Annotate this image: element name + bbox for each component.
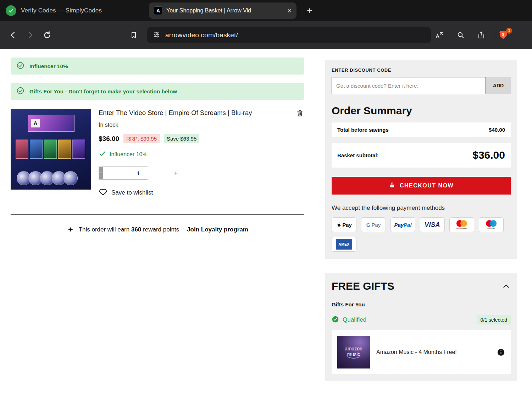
tab-strip: Verify Codes — SimplyCodes A Your Shoppi… bbox=[0, 0, 532, 21]
payment-methods: Pay G Pay PayPal VISA masterca bbox=[332, 217, 511, 252]
gift-option[interactable]: amazon music Amazon Music - 4 Months Fre… bbox=[332, 330, 511, 374]
address-bar[interactable]: arrowvideo.com/basket/ bbox=[147, 27, 431, 43]
extension-chip[interactable]: Verify Codes — SimplyCodes bbox=[6, 5, 102, 16]
search-icon[interactable] bbox=[455, 29, 467, 41]
amazon-music-image: amazon music bbox=[337, 336, 370, 368]
quantity-stepper: − + bbox=[99, 166, 148, 180]
total-before-savings-value: $40.00 bbox=[489, 127, 505, 133]
bookmark-icon[interactable] bbox=[128, 29, 140, 41]
product-discs-art bbox=[19, 171, 78, 185]
promo-banner-influencer: Influencer 10% bbox=[11, 58, 304, 75]
amex-icon: AMEX bbox=[332, 237, 356, 252]
add-discount-button[interactable]: ADD bbox=[486, 77, 511, 94]
rewards-points: 360 bbox=[131, 226, 141, 233]
url-text: arrowvideo.com/basket/ bbox=[165, 31, 238, 39]
wishlist-label: Save to wishlist bbox=[111, 189, 153, 196]
applied-promo-label: Influencer 10% bbox=[110, 151, 148, 158]
info-icon[interactable] bbox=[497, 348, 505, 356]
arrow-logo: A bbox=[31, 119, 40, 127]
heart-icon bbox=[99, 187, 107, 198]
brave-badge: 1 bbox=[506, 28, 512, 34]
product-price: $36.00 bbox=[99, 135, 119, 143]
apple-pay-icon: Pay bbox=[332, 217, 356, 232]
paypal-icon: PayPal bbox=[390, 217, 415, 232]
payment-methods-label: We accept the following payment methods bbox=[332, 204, 511, 212]
checkout-label: CHECKOUT NOW bbox=[400, 182, 454, 189]
basket-item: A Enter The Video Store | Empire Of Scre… bbox=[11, 109, 304, 198]
visa-icon: VISA bbox=[420, 217, 445, 232]
browser-tab[interactable]: A Your Shopping Basket | Arrow Vid × bbox=[149, 2, 297, 19]
toolbar-divider bbox=[494, 30, 494, 40]
promo-banner-gifts: Gifts For You - Don't forget to make you… bbox=[11, 83, 304, 100]
banner-text: Gifts For You - Don't forget to make you… bbox=[29, 88, 177, 94]
new-tab-button[interactable]: + bbox=[304, 4, 316, 18]
discount-code-label: ENTER DISCOUNT CODE bbox=[332, 67, 511, 73]
stock-status: In stock bbox=[99, 122, 304, 128]
product-image[interactable]: A bbox=[11, 109, 91, 190]
back-icon[interactable] bbox=[7, 29, 19, 41]
loyalty-program-link[interactable]: Join Loyalty program bbox=[187, 226, 248, 233]
google-pay-icon: G Pay bbox=[361, 217, 386, 232]
basket-subtotal-value: $36.00 bbox=[472, 149, 505, 161]
check-icon bbox=[99, 150, 106, 159]
rewards-text: This order will earn 360 reward points bbox=[79, 226, 179, 233]
basket-sidebar: ENTER DISCOUNT CODE ADD Order Summary To… bbox=[325, 60, 517, 381]
chevron-up-icon[interactable] bbox=[501, 282, 511, 291]
product-covers-art bbox=[16, 140, 85, 159]
lock-icon bbox=[389, 182, 395, 190]
save-to-wishlist-button[interactable]: Save to wishlist bbox=[99, 187, 304, 198]
quantity-input[interactable] bbox=[103, 167, 174, 179]
extension-label: Verify Codes — SimplyCodes bbox=[21, 7, 102, 14]
tab-title: Your Shopping Basket | Arrow Vid bbox=[166, 7, 283, 14]
total-before-savings-row: Total before savings $40.00 bbox=[332, 122, 511, 137]
qualification-row: Qualified 0/1 selected bbox=[332, 315, 511, 324]
reload-icon[interactable] bbox=[41, 29, 53, 41]
arrow-video-favicon: A bbox=[154, 6, 162, 15]
qualified-label: Qualified bbox=[343, 316, 366, 323]
qualified-check-icon bbox=[332, 316, 339, 324]
trash-icon[interactable] bbox=[296, 109, 304, 117]
maestro-icon: maestro bbox=[479, 217, 504, 232]
browser-toolbar: arrowvideo.com/basket/ 1 bbox=[0, 21, 532, 49]
order-summary-title: Order Summary bbox=[332, 105, 511, 117]
gifts-for-you-label: Gifts For You bbox=[332, 301, 511, 307]
tab-close-icon[interactable]: × bbox=[287, 7, 292, 14]
forward-icon[interactable] bbox=[24, 29, 36, 41]
check-circle-icon bbox=[16, 61, 24, 71]
translate-icon[interactable] bbox=[433, 29, 445, 41]
site-settings-icon[interactable] bbox=[153, 31, 160, 40]
product-title[interactable]: Enter The Video Store | Empire Of Scream… bbox=[99, 109, 252, 117]
free-gifts-card: FREE GIFTS Gifts For You Qualified 0/1 s… bbox=[325, 273, 517, 381]
share-icon[interactable] bbox=[475, 29, 487, 41]
selected-count-badge: 0/1 selected bbox=[477, 315, 511, 324]
basket-main: Influencer 10% Gifts For You - Don't for… bbox=[11, 58, 304, 234]
rewards-row: ✦ This order will earn 360 reward points… bbox=[11, 225, 304, 234]
section-divider bbox=[11, 214, 304, 215]
product-save-badge: Save $63.95 bbox=[164, 134, 199, 143]
order-summary-card: ENTER DISCOUNT CODE ADD Order Summary To… bbox=[325, 60, 517, 259]
checkout-button[interactable]: CHECKOUT NOW bbox=[332, 177, 511, 195]
product-rrp-badge: RRP: $99.95 bbox=[123, 134, 160, 143]
free-gifts-title: FREE GIFTS bbox=[332, 280, 394, 292]
banner-text: Influencer 10% bbox=[29, 63, 68, 69]
product-info: Enter The Video Store | Empire Of Scream… bbox=[91, 109, 304, 198]
quantity-increase-button[interactable]: + bbox=[174, 167, 178, 179]
mastercard-icon: mastercard bbox=[449, 217, 474, 232]
sparkle-icon: ✦ bbox=[67, 225, 74, 234]
check-circle-icon bbox=[16, 87, 24, 96]
simplycodes-icon bbox=[6, 5, 16, 16]
basket-subtotal-row: Basket subtotal: $36.00 bbox=[332, 143, 511, 168]
discount-code-input[interactable] bbox=[332, 77, 486, 94]
gift-label: Amazon Music - 4 Months Free! bbox=[376, 349, 491, 355]
browser-window: Verify Codes — SimplyCodes A Your Shoppi… bbox=[0, 0, 532, 415]
quantity-decrease-button[interactable]: − bbox=[99, 167, 103, 179]
